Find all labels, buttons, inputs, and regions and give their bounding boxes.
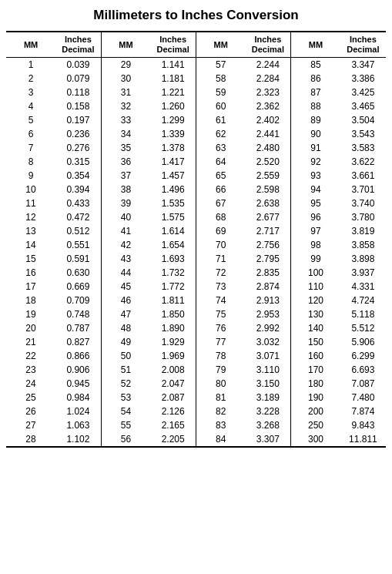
- table-row: 220.866501.969783.0711606.299: [6, 349, 386, 363]
- table-row: 170.669451.772732.8741104.331: [6, 280, 386, 294]
- conversion-table: MM InchesDecimal MM InchesDecimal MM Inc…: [6, 31, 386, 448]
- table-row: 20.079301.181582.284863.386: [6, 72, 386, 86]
- table-row: 150.591431.693712.795993.898: [6, 252, 386, 266]
- table-row: 110.433391.535672.638953.740: [6, 196, 386, 210]
- table-row: 200.787481.890762.9921405.512: [6, 321, 386, 335]
- table-row: 271.063552.165833.2682509.843: [6, 418, 386, 432]
- table-row: 80.315361.417642.520923.622: [6, 155, 386, 169]
- header-in-1: InchesDecimal: [55, 32, 101, 58]
- table-row: 100.394381.496662.598943.701: [6, 183, 386, 196]
- table-row: 261.024542.126823.2282007.874: [6, 404, 386, 418]
- table-row: 130.512411.614692.717973.819: [6, 224, 386, 238]
- table-row: 180.709461.811742.9131204.724: [6, 294, 386, 307]
- header-mm-4: MM: [291, 32, 340, 58]
- header-in-4: InchesDecimal: [340, 32, 386, 58]
- table-row: 30.118311.221592.323873.425: [6, 86, 386, 99]
- table-row: 50.197331.299612.402893.504: [6, 113, 386, 127]
- header-in-3: InchesDecimal: [246, 32, 291, 58]
- table-row: 160.630441.732722.8351003.937: [6, 266, 386, 280]
- table-row: 60.236341.339622.441903.543: [6, 127, 386, 141]
- table-row: 70.276351.378632.480913.583: [6, 141, 386, 155]
- table-row: 140.551421.654702.756983.858: [6, 238, 386, 252]
- table-row: 230.906512.008793.1101706.693: [6, 363, 386, 377]
- header-in-2: InchesDecimal: [150, 32, 196, 58]
- table-row: 281.102562.205843.30730011.811: [6, 432, 386, 447]
- table-row: 190.748471.850752.9531305.118: [6, 307, 386, 321]
- header-mm-1: MM: [6, 32, 55, 58]
- table-row: 240.945522.047803.1501807.087: [6, 377, 386, 391]
- table-row: 210.827491.929773.0321505.906: [6, 335, 386, 349]
- table-row: 40.158321.260602.362883.465: [6, 99, 386, 113]
- header-mm-2: MM: [101, 32, 150, 58]
- table-row: 250.984532.087813.1891907.480: [6, 391, 386, 404]
- table-row: 90.354371.457652.559933.661: [6, 169, 386, 183]
- page-title: Millimeters to Inches Conversion: [6, 8, 386, 23]
- header-mm-3: MM: [196, 32, 245, 58]
- table-row: 120.472401.575682.677963.780: [6, 210, 386, 224]
- table-row: 10.039291.141572.244853.347: [6, 58, 386, 72]
